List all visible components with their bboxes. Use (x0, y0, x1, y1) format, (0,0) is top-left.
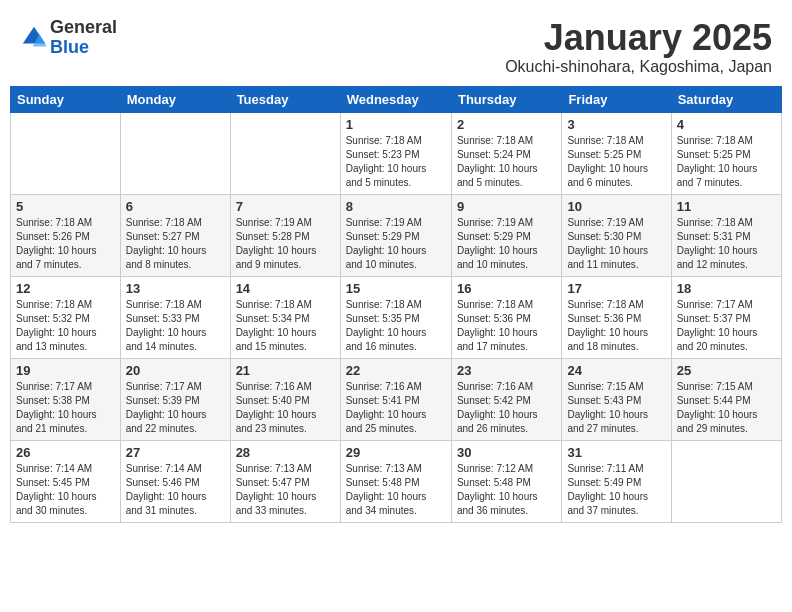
day-info: Sunrise: 7:18 AM Sunset: 5:36 PM Dayligh… (457, 298, 556, 354)
day-number: 15 (346, 281, 446, 296)
calendar-cell: 27Sunrise: 7:14 AM Sunset: 5:46 PM Dayli… (120, 440, 230, 522)
day-number: 26 (16, 445, 115, 460)
day-info: Sunrise: 7:12 AM Sunset: 5:48 PM Dayligh… (457, 462, 556, 518)
calendar-cell: 15Sunrise: 7:18 AM Sunset: 5:35 PM Dayli… (340, 276, 451, 358)
calendar-row: 12Sunrise: 7:18 AM Sunset: 5:32 PM Dayli… (11, 276, 782, 358)
day-number: 18 (677, 281, 776, 296)
day-info: Sunrise: 7:19 AM Sunset: 5:29 PM Dayligh… (457, 216, 556, 272)
calendar-cell: 9Sunrise: 7:19 AM Sunset: 5:29 PM Daylig… (451, 194, 561, 276)
day-number: 19 (16, 363, 115, 378)
day-number: 14 (236, 281, 335, 296)
day-number: 8 (346, 199, 446, 214)
day-info: Sunrise: 7:17 AM Sunset: 5:37 PM Dayligh… (677, 298, 776, 354)
day-info: Sunrise: 7:17 AM Sunset: 5:38 PM Dayligh… (16, 380, 115, 436)
title-section: January 2025 Okuchi-shinohara, Kagoshima… (505, 18, 772, 76)
calendar-cell: 25Sunrise: 7:15 AM Sunset: 5:44 PM Dayli… (671, 358, 781, 440)
calendar-table: SundayMondayTuesdayWednesdayThursdayFrid… (10, 86, 782, 523)
calendar-row: 1Sunrise: 7:18 AM Sunset: 5:23 PM Daylig… (11, 112, 782, 194)
calendar-cell: 26Sunrise: 7:14 AM Sunset: 5:45 PM Dayli… (11, 440, 121, 522)
col-header-sunday: Sunday (11, 86, 121, 112)
day-info: Sunrise: 7:18 AM Sunset: 5:23 PM Dayligh… (346, 134, 446, 190)
col-header-saturday: Saturday (671, 86, 781, 112)
day-info: Sunrise: 7:18 AM Sunset: 5:36 PM Dayligh… (567, 298, 665, 354)
col-header-friday: Friday (562, 86, 671, 112)
calendar-cell (120, 112, 230, 194)
day-number: 4 (677, 117, 776, 132)
calendar-cell (671, 440, 781, 522)
calendar-cell: 7Sunrise: 7:19 AM Sunset: 5:28 PM Daylig… (230, 194, 340, 276)
day-info: Sunrise: 7:18 AM Sunset: 5:32 PM Dayligh… (16, 298, 115, 354)
day-info: Sunrise: 7:18 AM Sunset: 5:31 PM Dayligh… (677, 216, 776, 272)
calendar-title: January 2025 (505, 18, 772, 58)
day-info: Sunrise: 7:16 AM Sunset: 5:42 PM Dayligh… (457, 380, 556, 436)
day-info: Sunrise: 7:18 AM Sunset: 5:33 PM Dayligh… (126, 298, 225, 354)
day-number: 28 (236, 445, 335, 460)
day-number: 30 (457, 445, 556, 460)
day-info: Sunrise: 7:18 AM Sunset: 5:35 PM Dayligh… (346, 298, 446, 354)
day-info: Sunrise: 7:18 AM Sunset: 5:26 PM Dayligh… (16, 216, 115, 272)
day-number: 12 (16, 281, 115, 296)
col-header-monday: Monday (120, 86, 230, 112)
day-number: 11 (677, 199, 776, 214)
calendar-cell: 6Sunrise: 7:18 AM Sunset: 5:27 PM Daylig… (120, 194, 230, 276)
calendar-cell: 29Sunrise: 7:13 AM Sunset: 5:48 PM Dayli… (340, 440, 451, 522)
calendar-cell: 22Sunrise: 7:16 AM Sunset: 5:41 PM Dayli… (340, 358, 451, 440)
day-number: 17 (567, 281, 665, 296)
day-number: 2 (457, 117, 556, 132)
day-number: 23 (457, 363, 556, 378)
day-info: Sunrise: 7:16 AM Sunset: 5:40 PM Dayligh… (236, 380, 335, 436)
day-number: 25 (677, 363, 776, 378)
day-number: 13 (126, 281, 225, 296)
logo-text: General Blue (50, 18, 117, 58)
calendar-cell: 11Sunrise: 7:18 AM Sunset: 5:31 PM Dayli… (671, 194, 781, 276)
day-number: 3 (567, 117, 665, 132)
day-number: 20 (126, 363, 225, 378)
day-info: Sunrise: 7:13 AM Sunset: 5:48 PM Dayligh… (346, 462, 446, 518)
calendar-cell: 5Sunrise: 7:18 AM Sunset: 5:26 PM Daylig… (11, 194, 121, 276)
day-number: 10 (567, 199, 665, 214)
calendar-cell: 28Sunrise: 7:13 AM Sunset: 5:47 PM Dayli… (230, 440, 340, 522)
calendar-cell: 8Sunrise: 7:19 AM Sunset: 5:29 PM Daylig… (340, 194, 451, 276)
calendar-row: 5Sunrise: 7:18 AM Sunset: 5:26 PM Daylig… (11, 194, 782, 276)
day-info: Sunrise: 7:17 AM Sunset: 5:39 PM Dayligh… (126, 380, 225, 436)
day-number: 22 (346, 363, 446, 378)
calendar-cell: 24Sunrise: 7:15 AM Sunset: 5:43 PM Dayli… (562, 358, 671, 440)
col-header-wednesday: Wednesday (340, 86, 451, 112)
day-info: Sunrise: 7:14 AM Sunset: 5:45 PM Dayligh… (16, 462, 115, 518)
day-number: 31 (567, 445, 665, 460)
calendar-cell: 17Sunrise: 7:18 AM Sunset: 5:36 PM Dayli… (562, 276, 671, 358)
calendar-cell: 3Sunrise: 7:18 AM Sunset: 5:25 PM Daylig… (562, 112, 671, 194)
calendar-cell: 30Sunrise: 7:12 AM Sunset: 5:48 PM Dayli… (451, 440, 561, 522)
day-number: 1 (346, 117, 446, 132)
day-number: 5 (16, 199, 115, 214)
logo-general: General (50, 18, 117, 38)
day-info: Sunrise: 7:14 AM Sunset: 5:46 PM Dayligh… (126, 462, 225, 518)
calendar-cell: 1Sunrise: 7:18 AM Sunset: 5:23 PM Daylig… (340, 112, 451, 194)
calendar-cell: 16Sunrise: 7:18 AM Sunset: 5:36 PM Dayli… (451, 276, 561, 358)
day-number: 16 (457, 281, 556, 296)
calendar-row: 19Sunrise: 7:17 AM Sunset: 5:38 PM Dayli… (11, 358, 782, 440)
day-info: Sunrise: 7:18 AM Sunset: 5:24 PM Dayligh… (457, 134, 556, 190)
calendar-cell: 13Sunrise: 7:18 AM Sunset: 5:33 PM Dayli… (120, 276, 230, 358)
day-info: Sunrise: 7:18 AM Sunset: 5:34 PM Dayligh… (236, 298, 335, 354)
day-number: 6 (126, 199, 225, 214)
day-info: Sunrise: 7:19 AM Sunset: 5:30 PM Dayligh… (567, 216, 665, 272)
calendar-cell (230, 112, 340, 194)
col-header-tuesday: Tuesday (230, 86, 340, 112)
calendar-cell (11, 112, 121, 194)
day-number: 29 (346, 445, 446, 460)
logo-blue: Blue (50, 38, 117, 58)
calendar-row: 26Sunrise: 7:14 AM Sunset: 5:45 PM Dayli… (11, 440, 782, 522)
calendar-cell: 23Sunrise: 7:16 AM Sunset: 5:42 PM Dayli… (451, 358, 561, 440)
calendar-cell: 2Sunrise: 7:18 AM Sunset: 5:24 PM Daylig… (451, 112, 561, 194)
col-header-thursday: Thursday (451, 86, 561, 112)
day-number: 24 (567, 363, 665, 378)
page-header: General Blue January 2025 Okuchi-shinoha… (10, 10, 782, 80)
day-info: Sunrise: 7:19 AM Sunset: 5:29 PM Dayligh… (346, 216, 446, 272)
logo: General Blue (20, 18, 117, 58)
day-info: Sunrise: 7:18 AM Sunset: 5:25 PM Dayligh… (677, 134, 776, 190)
calendar-cell: 20Sunrise: 7:17 AM Sunset: 5:39 PM Dayli… (120, 358, 230, 440)
day-info: Sunrise: 7:13 AM Sunset: 5:47 PM Dayligh… (236, 462, 335, 518)
day-number: 27 (126, 445, 225, 460)
calendar-subtitle: Okuchi-shinohara, Kagoshima, Japan (505, 58, 772, 76)
